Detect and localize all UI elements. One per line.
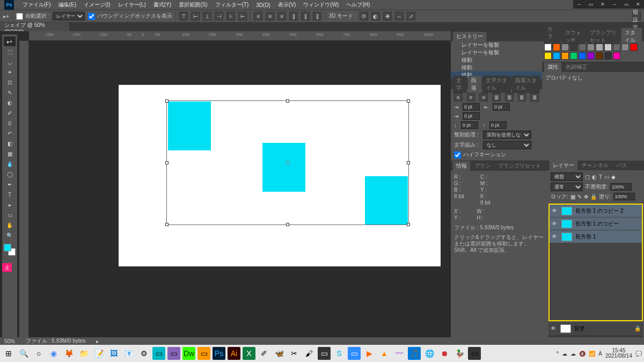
style-swatch[interactable] (570, 52, 577, 60)
app-icon[interactable]: ▭ (468, 347, 481, 360)
align-left-icon[interactable]: ⊣ (215, 12, 223, 20)
3d-orbit-icon[interactable]: ⟳ (360, 12, 368, 20)
excel-icon[interactable]: X (243, 347, 255, 360)
tray-network-icon[interactable]: 📶 (589, 351, 595, 357)
handle-top-right[interactable] (407, 99, 410, 103)
ruler-horizontal[interactable]: -350-250-150-50 050150250 350450550650 7… (29, 31, 451, 41)
app-icon[interactable]: ✂ (288, 347, 301, 360)
app-icon[interactable]: 🖌 (303, 347, 316, 360)
justify-last-center-icon[interactable]: ≣ (505, 93, 514, 102)
handle-middle-right[interactable] (407, 161, 410, 164)
align-center-text-icon[interactable]: ≡ (467, 93, 475, 102)
fill-input[interactable] (613, 193, 635, 200)
app-icon[interactable]: 🌐 (423, 347, 436, 360)
visibility-icon[interactable]: 👁 (552, 208, 558, 214)
doc-minimize-button[interactable]: ─ (573, 0, 585, 9)
align-top-icon[interactable]: ⊤ (179, 12, 188, 20)
start-button[interactable]: ⊞ (2, 347, 15, 360)
path-select-tool[interactable]: ▸ (4, 200, 16, 209)
status-file-info[interactable]: ファイル : 5.93M/0 bytes (26, 337, 85, 345)
opacity-input[interactable] (610, 183, 632, 191)
style-swatch[interactable] (596, 44, 603, 51)
3d-roll-icon[interactable]: ◐ (371, 12, 380, 20)
clone-stamp-tool[interactable]: ⎙ (4, 118, 16, 128)
app-icon[interactable]: ✐ (258, 347, 270, 360)
menu-type[interactable]: 書式(Y) (150, 0, 174, 10)
menu-view[interactable]: 表示(V) (275, 0, 299, 10)
style-swatch[interactable] (579, 52, 586, 60)
layer-thumbnail[interactable] (561, 220, 572, 228)
handle-middle-left[interactable] (165, 161, 169, 164)
swatches-tab[interactable]: スウォッチ (562, 28, 586, 45)
style-tab[interactable]: スタイル (621, 28, 642, 45)
task-view-icon[interactable]: ○ (32, 347, 45, 360)
filter-shape-icon[interactable]: ▭ (604, 174, 609, 180)
layer-row-background[interactable]: 👁 背景 🔒 (548, 322, 643, 335)
lock-pixel-icon[interactable]: ✎ (577, 194, 582, 200)
zoom-icon[interactable]: ▭ (348, 347, 361, 360)
outlook-icon[interactable]: 📧 (122, 347, 135, 360)
menu-edit[interactable]: 編集(E) (55, 0, 79, 10)
dist-hcenter-icon[interactable]: ‖ (301, 12, 310, 20)
indent-left-input[interactable] (463, 103, 480, 111)
dreamweaver-icon[interactable]: Dw (182, 347, 195, 360)
handle-bottom-right[interactable] (407, 223, 410, 226)
layer-name[interactable]: 背景 (574, 325, 585, 332)
lock-position-icon[interactable]: ✥ (584, 194, 588, 200)
visibility-icon[interactable]: 👁 (551, 325, 557, 331)
align-right-icon[interactable]: ⊢ (238, 12, 247, 20)
type-tool[interactable]: T (4, 190, 16, 199)
history-step[interactable]: 移動 (451, 56, 542, 64)
history-brush-tool[interactable]: ↶ (4, 128, 16, 138)
space-before-input[interactable] (461, 121, 478, 129)
style-swatch[interactable] (587, 52, 595, 60)
parastyle-tab[interactable]: 段落スタイル (512, 76, 540, 93)
magic-wand-tool[interactable]: ✦ (4, 67, 16, 77)
marquee-tool[interactable]: ⬚ (4, 47, 16, 56)
style-swatch[interactable] (553, 44, 560, 51)
window-close-button[interactable]: ✕ (632, 0, 644, 9)
sublime-icon[interactable]: ▭ (197, 347, 210, 360)
crop-tool[interactable]: ⊡ (4, 77, 16, 87)
history-step[interactable]: レイヤーを複製 (451, 41, 542, 49)
style-swatch[interactable] (613, 52, 620, 60)
doc-close-button[interactable]: ✕ (597, 0, 609, 9)
hand-tool[interactable]: ✋ (4, 220, 16, 230)
justify-all-icon[interactable]: ≣ (530, 93, 539, 102)
app-icon[interactable]: 🦋 (273, 347, 286, 360)
eraser-tool[interactable]: ◧ (4, 139, 16, 148)
filter-img-icon[interactable]: ▢ (585, 174, 590, 180)
menu-file[interactable]: ファイル(F) (19, 0, 54, 10)
app-icon[interactable]: 〰 (393, 347, 406, 360)
menu-image[interactable]: イメージ(I) (80, 0, 113, 10)
blur-tool[interactable]: 💧 (4, 159, 16, 169)
gradient-tool[interactable]: ▦ (4, 149, 16, 158)
menu-3d[interactable]: 3D(D) (253, 1, 274, 9)
rectangle-tool[interactable]: ▭ (4, 210, 16, 220)
blend-mode-select[interactable]: 通常 (551, 183, 583, 191)
layer-row[interactable]: 👁 長方形 1 (550, 230, 642, 243)
transform-center-icon[interactable] (286, 161, 290, 165)
lock-all-icon[interactable]: 🔒 (590, 194, 597, 200)
lasso-tool[interactable]: ◡ (4, 57, 16, 67)
record-icon[interactable]: ⏺ (438, 347, 451, 360)
eyedropper-tool[interactable]: ✎ (4, 88, 16, 97)
properties-tab[interactable]: 属性 (544, 62, 561, 72)
hyphenation-checkbox[interactable]: ハイフネーション (454, 151, 539, 158)
style-swatch[interactable] (579, 44, 586, 51)
style-swatch[interactable] (561, 52, 569, 60)
app-icon[interactable]: ▭ (318, 347, 331, 360)
3d-pan-icon[interactable]: ✥ (383, 12, 392, 20)
space-after-input[interactable] (489, 121, 507, 129)
chrome-icon[interactable]: ◉ (47, 347, 60, 360)
layer-filter-select[interactable]: 種類 (551, 172, 583, 181)
brush-tab[interactable]: ブラシ (471, 161, 494, 171)
brush-tool[interactable]: ✐ (4, 108, 16, 118)
tray-onedrive-icon[interactable]: ☁ (570, 351, 576, 357)
firefox-icon[interactable]: 🦊 (62, 347, 75, 360)
handle-top-left[interactable] (165, 99, 169, 103)
ruler-vertical[interactable] (19, 41, 29, 345)
color-picker[interactable] (4, 244, 16, 256)
bounding-box-checkbox[interactable]: バウンディングボックスを表示 (88, 12, 172, 20)
kinsoku-select[interactable]: 禁則を使用しない (483, 131, 531, 139)
